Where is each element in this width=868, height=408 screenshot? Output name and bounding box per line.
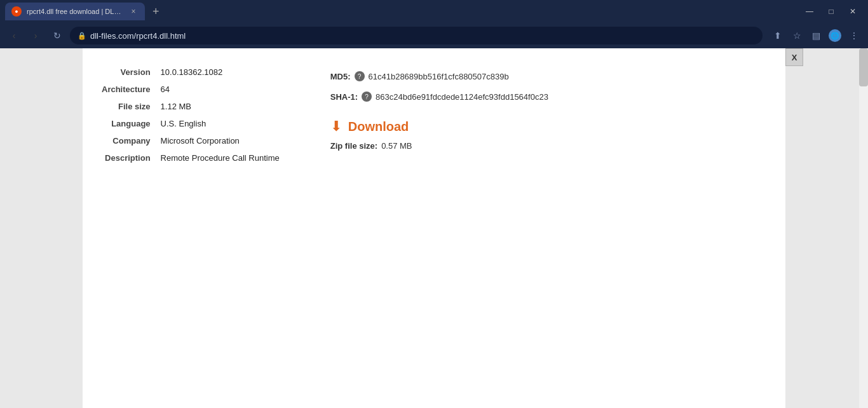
download-section: ⬇ Download Zip file size: 0.57 MB [330,118,548,151]
left-padding [0,48,83,408]
page-content: Version 10.0.18362.1082 Architecture 64 … [83,48,785,408]
download-label: Download [348,119,409,134]
sha1-row: SHA-1: ? 863c24bd6e91fdcdede1124efc93fdd… [330,92,548,102]
window-controls: — □ ✕ [799,3,863,20]
tab-favicon-icon: ● [11,6,22,17]
language-value: U.S. English [161,119,280,128]
download-arrow-icon: ⬇ [330,118,342,135]
version-value: 10.0.18362.1082 [161,67,280,77]
close-x-button[interactable]: X [785,48,803,66]
address-bar[interactable]: 🔒 dll-files.com/rpcrt4.dll.html [70,27,763,44]
scrollbar-thumb[interactable] [859,48,868,86]
menu-button[interactable]: ⋮ [845,27,863,44]
sha1-label: SHA-1: [330,92,358,102]
page-wrapper: Version 10.0.18362.1082 Architecture 64 … [0,48,868,408]
sidebar-icon[interactable]: ▤ [807,27,825,44]
sha1-value: 863c24bd6e91fdcdede1124efc93fdd1564f0c23 [376,92,548,102]
url-text: dll-files.com/rpcrt4.dll.html [90,31,186,41]
new-tab-button[interactable]: + [147,6,165,17]
download-button[interactable]: ⬇ Download [330,118,548,135]
tab-close-button[interactable]: × [128,6,139,17]
md5-row: MD5: ? 61c41b28689bb516f1cfc880507c839b [330,71,548,81]
file-info-section: Version 10.0.18362.1082 Architecture 64 … [102,61,766,163]
architecture-value: 64 [161,85,280,94]
scrollbar-track [859,48,868,408]
file-size-label: File size [102,102,151,111]
forward-button[interactable]: › [27,27,44,44]
company-label: Company [102,136,151,146]
zip-size-value: 0.57 MB [381,141,412,151]
md5-info-icon[interactable]: ? [355,71,365,81]
md5-label: MD5: [330,72,351,81]
zip-size-row: Zip file size: 0.57 MB [330,141,548,151]
version-label: Version [102,67,151,77]
zip-size-label: Zip file size: [330,141,377,151]
lock-icon: 🔒 [78,32,86,40]
description-label: Description [102,153,151,163]
hash-download-panel: MD5: ? 61c41b28689bb516f1cfc880507c839b … [330,67,548,163]
bookmark-icon[interactable]: ☆ [788,27,806,44]
back-button[interactable]: ‹ [5,27,23,44]
file-meta-table: Version 10.0.18362.1082 Architecture 64 … [102,67,280,163]
toolbar-icons: ⬆ ☆ ▤ 🌐 ⋮ [769,27,863,44]
language-label: Language [102,119,151,128]
tab-title: rpcrt4.dll free download | DLL-fi... [27,8,123,15]
maximize-button[interactable]: □ [821,3,841,20]
file-size-value: 1.12 MB [161,102,280,111]
browser-titlebar: ● rpcrt4.dll free download | DLL-fi... ×… [0,0,868,23]
minimize-button[interactable]: — [799,3,820,20]
refresh-button[interactable]: ↻ [48,27,66,44]
browser-tab[interactable]: ● rpcrt4.dll free download | DLL-fi... × [5,3,145,20]
architecture-label: Architecture [102,85,151,94]
globe-profile-icon[interactable]: 🌐 [826,27,844,44]
sha1-info-icon[interactable]: ? [362,92,372,102]
md5-value: 61c41b28689bb516f1cfc880507c839b [369,72,509,81]
company-value: Microsoft Corporation [161,136,280,146]
close-window-button[interactable]: ✕ [843,3,863,20]
share-icon[interactable]: ⬆ [769,27,787,44]
right-padding: X [785,48,868,408]
browser-addressbar: ‹ › ↻ 🔒 dll-files.com/rpcrt4.dll.html ⬆ … [0,23,868,48]
description-value: Remote Procedure Call Runtime [161,153,280,163]
profile-globe: 🌐 [829,29,841,42]
